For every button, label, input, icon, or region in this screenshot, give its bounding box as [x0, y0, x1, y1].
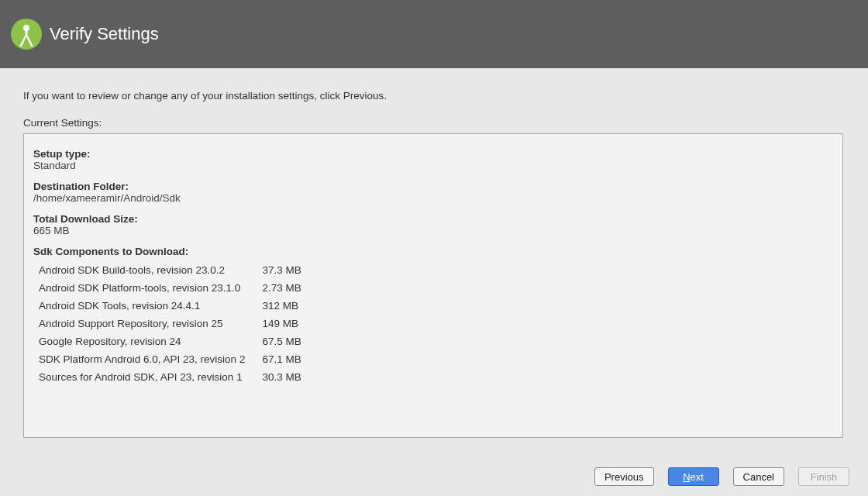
setup-type-label: Setup type: [33, 148, 833, 160]
settings-panel[interactable]: Setup type: Standard Destination Folder:… [23, 133, 843, 438]
component-name: Sources for Android SDK, API 23, revisio… [35, 369, 260, 385]
download-size-value: 665 MB [33, 225, 833, 236]
component-size: 67.1 MB [262, 351, 301, 367]
header-bar: Verify Settings [0, 0, 868, 68]
component-name: Android SDK Build-tools, revision 23.0.2 [35, 262, 260, 278]
component-size: 37.3 MB [262, 262, 301, 278]
destination-folder-value: /home/xameeramir/Android/Sdk [33, 192, 833, 204]
table-row: Android SDK Tools, revision 24.4.1312 MB [35, 298, 301, 314]
table-row: Android Support Repository, revision 251… [35, 315, 301, 332]
table-row: SDK Platform Android 6.0, API 23, revisi… [35, 351, 301, 367]
android-studio-logo-icon [9, 17, 43, 51]
component-size: 149 MB [262, 315, 301, 332]
component-name: Android SDK Tools, revision 24.4.1 [35, 298, 260, 314]
table-row: Google Repository, revision 2467.5 MB [35, 333, 301, 350]
next-button[interactable]: Next [668, 467, 719, 486]
finish-button[interactable]: Finish [798, 467, 849, 486]
component-size: 312 MB [262, 298, 301, 314]
previous-button[interactable]: Previous [594, 467, 654, 486]
destination-folder-label: Destination Folder: [33, 181, 833, 192]
table-row: Sources for Android SDK, API 23, revisio… [35, 369, 301, 385]
component-size: 2.73 MB [262, 280, 301, 296]
current-settings-label: Current Settings: [23, 117, 845, 129]
instruction-text: If you want to review or change any of y… [23, 90, 845, 102]
component-name: Android Support Repository, revision 25 [35, 315, 260, 332]
page-title: Verify Settings [50, 24, 159, 44]
next-mnemonic: N [683, 471, 690, 483]
component-name: Google Repository, revision 24 [35, 333, 260, 350]
component-size: 67.5 MB [262, 333, 301, 350]
component-size: 30.3 MB [262, 369, 301, 385]
component-name: SDK Platform Android 6.0, API 23, revisi… [35, 351, 260, 367]
components-table: Android SDK Build-tools, revision 23.0.2… [33, 260, 303, 387]
table-row: Android SDK Platform-tools, revision 23.… [35, 280, 301, 296]
component-name: Android SDK Platform-tools, revision 23.… [35, 280, 260, 296]
components-label: Sdk Components to Download: [33, 246, 833, 257]
cancel-button[interactable]: Cancel [733, 467, 784, 486]
content-area: If you want to review or change any of y… [0, 68, 868, 438]
footer-buttons: Previous Next Cancel Finish [0, 457, 868, 496]
setup-type-value: Standard [33, 160, 833, 171]
table-row: Android SDK Build-tools, revision 23.0.2… [35, 262, 301, 278]
next-suffix: ext [691, 471, 704, 483]
download-size-label: Total Download Size: [33, 213, 833, 225]
